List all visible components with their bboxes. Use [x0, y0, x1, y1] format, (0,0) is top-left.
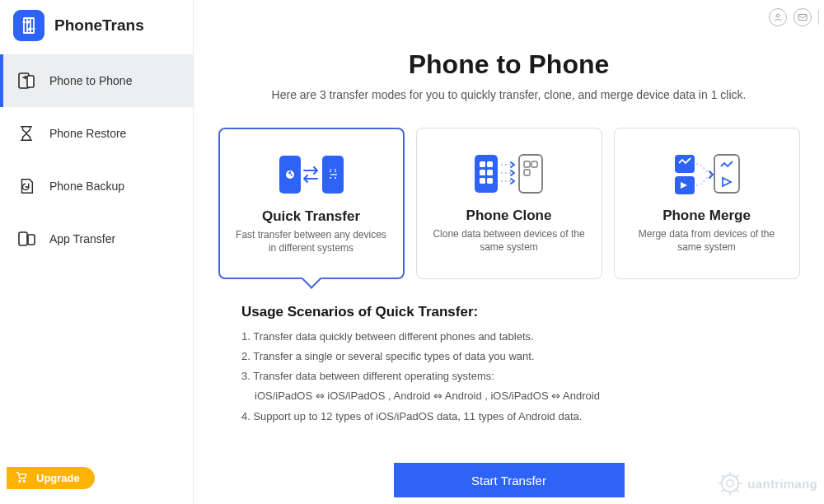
page-subtitle: Here are 3 transfer modes for you to qui…	[217, 88, 801, 101]
mail-icon[interactable]	[794, 8, 812, 26]
app-name: PhoneTrans	[54, 16, 144, 35]
scenarios-title: Usage Scenarios of Quick Transfer:	[241, 304, 801, 320]
watermark-gear-icon	[716, 469, 744, 497]
svg-line-46	[722, 490, 724, 492]
svg-point-19	[335, 170, 336, 172]
card-title: Quick Transfer	[262, 208, 360, 225]
watermark: uantrimang	[716, 469, 817, 497]
sidebar-item-phone-restore[interactable]: Phone Restore	[0, 107, 193, 160]
svg-rect-32	[524, 170, 530, 175]
svg-point-6	[776, 14, 780, 17]
svg-line-45	[737, 490, 739, 492]
card-desc: Merge data from devices of the same syst…	[626, 227, 788, 254]
upgrade-button[interactable]: Upgrade	[7, 467, 95, 489]
sidebar-nav: Phone to Phone Phone Restore Phone Backu…	[0, 54, 193, 265]
sidebar-item-label: App Transfer	[49, 232, 115, 245]
svg-rect-1	[27, 76, 34, 87]
header-icons	[769, 8, 819, 26]
svg-rect-36	[714, 155, 739, 193]
svg-point-20	[330, 177, 331, 179]
svg-rect-7	[798, 15, 807, 21]
sidebar-item-label: Phone Backup	[49, 180, 124, 193]
svg-point-39	[727, 480, 734, 488]
page-title: Phone to Phone	[217, 49, 801, 80]
svg-marker-37	[723, 178, 731, 186]
page-header: Phone to Phone Here are 3 transfer modes…	[217, 49, 801, 101]
svg-point-38	[722, 475, 738, 492]
svg-rect-2	[19, 232, 27, 245]
sidebar-item-label: Phone to Phone	[49, 74, 132, 87]
svg-point-5	[23, 480, 25, 482]
user-icon[interactable]	[769, 8, 787, 26]
scenario-line-1: 1. Transfer data quickly between differe…	[241, 327, 801, 347]
sidebar: PhoneTrans Phone to Phone Phone Restore	[0, 0, 194, 504]
phone-merge-icon	[670, 143, 744, 203]
upgrade-label: Upgrade	[36, 472, 80, 484]
backup-icon	[16, 176, 36, 196]
svg-rect-23	[480, 161, 485, 167]
card-title: Phone Merge	[662, 208, 751, 224]
start-transfer-button[interactable]: Start Transfer	[394, 463, 625, 497]
app-transfer-icon	[16, 229, 36, 249]
sidebar-item-phone-backup[interactable]: Phone Backup	[0, 160, 193, 212]
svg-rect-29	[519, 155, 542, 193]
svg-point-4	[19, 480, 21, 482]
svg-rect-27	[480, 178, 485, 184]
svg-rect-3	[28, 235, 35, 245]
card-title: Phone Clone	[466, 208, 552, 224]
phone-clone-icon	[470, 143, 549, 203]
svg-line-47	[737, 475, 739, 478]
svg-rect-31	[531, 161, 537, 167]
svg-rect-28	[487, 178, 493, 184]
svg-line-44	[722, 475, 724, 478]
scenario-line-2: 2. Transfer a single or several specific…	[241, 347, 801, 366]
app-logo-row: PhoneTrans	[0, 0, 193, 54]
svg-rect-22	[475, 155, 498, 193]
app-logo-icon	[13, 10, 44, 41]
sidebar-item-app-transfer[interactable]: App Transfer	[0, 212, 193, 265]
watermark-text: uantrimang	[747, 477, 817, 491]
card-phone-clone[interactable]: Phone Clone Clone data between devices o…	[416, 128, 602, 279]
scenario-line-3: 3. Transfer data between different opera…	[241, 366, 801, 386]
quick-transfer-icon	[274, 144, 349, 203]
cart-icon	[15, 470, 28, 486]
card-phone-merge[interactable]: Phone Merge Merge data from devices of t…	[614, 128, 800, 279]
card-quick-transfer[interactable]: Quick Transfer Fast transfer between any…	[218, 128, 405, 279]
scenario-os-line: iOS/iPadOS ⇔ iOS/iPadOS , Android ⇔ Andr…	[241, 386, 801, 407]
transfer-mode-cards: Quick Transfer Fast transfer between any…	[217, 128, 801, 279]
card-desc: Fast transfer between any devices in dif…	[232, 228, 391, 254]
svg-point-18	[330, 170, 331, 172]
sidebar-item-phone-to-phone[interactable]: Phone to Phone	[0, 54, 193, 107]
hourglass-icon	[16, 124, 36, 143]
card-desc: Clone data between devices of the same s…	[428, 227, 590, 254]
svg-rect-24	[487, 161, 493, 167]
sidebar-item-label: Phone Restore	[49, 127, 126, 140]
scenario-line-4: 4. Support up to 12 types of iOS/iPadOS …	[241, 407, 801, 427]
header-divider	[818, 10, 819, 25]
cta-label: Start Transfer	[471, 474, 546, 488]
usage-scenarios: Usage Scenarios of Quick Transfer: 1. Tr…	[241, 304, 801, 427]
svg-point-10	[288, 171, 290, 173]
main-content: Phone to Phone Here are 3 transfer modes…	[194, 0, 824, 504]
svg-rect-30	[524, 161, 530, 167]
svg-point-21	[335, 177, 336, 179]
svg-rect-26	[487, 170, 493, 175]
svg-rect-33	[675, 155, 695, 173]
svg-rect-25	[480, 170, 485, 175]
phone-to-phone-icon	[16, 71, 36, 91]
